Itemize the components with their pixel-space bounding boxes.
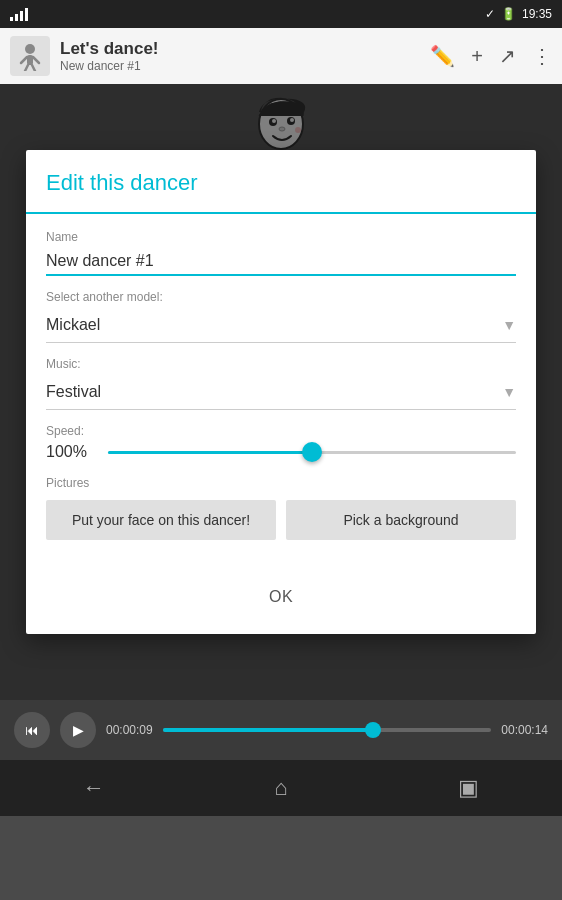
background-button[interactable]: Pick a background (286, 500, 516, 540)
status-left (10, 7, 28, 21)
music-arrow-icon: ▼ (502, 384, 516, 400)
pictures-label: Pictures (46, 476, 516, 490)
app-bar: Let's dance! New dancer #1 ✏️ + ↗ ⋮ (0, 28, 562, 84)
app-icon (10, 36, 50, 76)
status-right: ✓ 🔋 19:35 (485, 7, 552, 21)
model-label: Select another model: (46, 290, 516, 304)
svg-line-2 (21, 57, 27, 63)
recent-icon: ▣ (458, 775, 479, 801)
progress-thumb[interactable] (365, 722, 381, 738)
back-icon: ← (83, 775, 105, 801)
status-bar: ✓ 🔋 19:35 (0, 0, 562, 28)
speed-slider-container[interactable] (108, 442, 516, 462)
home-button[interactable]: ⌂ (256, 768, 306, 808)
add-icon[interactable]: + (471, 45, 483, 68)
app-title-group: Let's dance! New dancer #1 (60, 39, 420, 73)
model-value: Mickael (46, 316, 100, 334)
signal-bars (10, 7, 28, 21)
app-subtitle: New dancer #1 (60, 59, 420, 73)
pictures-buttons: Put your face on this dancer! Pick a bac… (46, 500, 516, 540)
svg-point-0 (25, 44, 35, 54)
main-content: Edit this dancer Name Select another mod… (0, 84, 562, 700)
slider-thumb[interactable] (302, 442, 322, 462)
rewind-button[interactable]: ⏮ (14, 712, 50, 748)
ok-button[interactable]: OK (245, 580, 317, 614)
time-display: 19:35 (522, 7, 552, 21)
app-bar-actions: ✏️ + ↗ ⋮ (430, 44, 552, 68)
model-select[interactable]: Mickael ▼ (46, 308, 516, 343)
name-input[interactable] (46, 248, 516, 276)
progress-fill (163, 728, 373, 732)
nav-bar: ← ⌂ ▣ (0, 760, 562, 816)
battery-icon: 🔋 (501, 7, 516, 21)
home-icon: ⌂ (274, 775, 287, 801)
slider-track (108, 451, 516, 454)
dialog-body: Name Select another model: Mickael ▼ Mus… (26, 214, 536, 572)
current-time: 00:00:09 (106, 723, 153, 737)
bottom-player: ⏮ ▶ 00:00:09 00:00:14 (0, 700, 562, 760)
music-value: Festival (46, 383, 101, 401)
recent-button[interactable]: ▣ (443, 768, 493, 808)
dialog-footer: OK (26, 572, 536, 634)
edit-icon[interactable]: ✏️ (430, 44, 455, 68)
speed-label: Speed: (46, 424, 516, 438)
face-button[interactable]: Put your face on this dancer! (46, 500, 276, 540)
svg-line-4 (25, 65, 28, 71)
progress-bar[interactable] (163, 728, 492, 732)
model-arrow-icon: ▼ (502, 317, 516, 333)
end-time: 00:00:14 (501, 723, 548, 737)
speed-value: 100% (46, 443, 96, 461)
dialog-overlay: Edit this dancer Name Select another mod… (0, 84, 562, 700)
speed-row: 100% (46, 442, 516, 462)
back-button[interactable]: ← (69, 768, 119, 808)
play-button[interactable]: ▶ (60, 712, 96, 748)
svg-line-3 (33, 57, 39, 63)
dialog-title: Edit this dancer (26, 150, 536, 214)
app-title: Let's dance! (60, 39, 420, 59)
share-icon[interactable]: ↗ (499, 44, 516, 68)
slider-fill (108, 451, 312, 454)
music-select[interactable]: Festival ▼ (46, 375, 516, 410)
more-icon[interactable]: ⋮ (532, 44, 552, 68)
bluetooth-icon: ✓ (485, 7, 495, 21)
dialog: Edit this dancer Name Select another mod… (26, 150, 536, 634)
music-label: Music: (46, 357, 516, 371)
svg-line-5 (32, 65, 35, 71)
name-label: Name (46, 230, 516, 244)
